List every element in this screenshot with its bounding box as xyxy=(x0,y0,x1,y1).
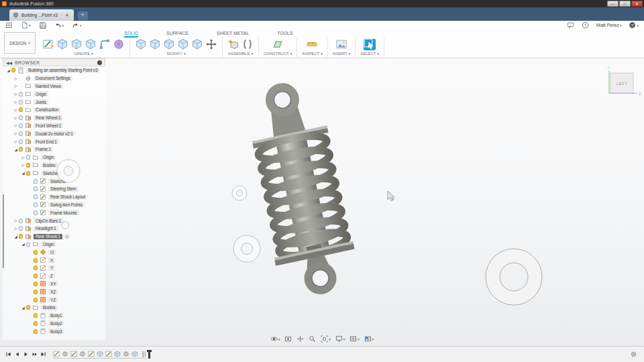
tree-label[interactable]: Sketches xyxy=(41,170,62,176)
tree-row-joints[interactable]: ▷Joints xyxy=(3,98,105,106)
visibility-bulb-icon[interactable] xyxy=(19,115,23,120)
tree-row-rear-shock-1[interactable]: ◢Rear Shock:1 xyxy=(3,233,105,241)
skip-end-button[interactable] xyxy=(40,351,46,357)
tree-row-x[interactable]: X xyxy=(3,256,105,264)
tree-label[interactable]: XY xyxy=(48,281,58,286)
chevron-collapsed-icon[interactable]: ▷ xyxy=(20,156,26,160)
tree-label[interactable]: Origin xyxy=(41,241,56,247)
tree-label[interactable]: Swing Arm Points xyxy=(48,202,85,207)
ribbon-group-label[interactable]: INSPECT▾ xyxy=(302,52,323,56)
tree-label[interactable]: ClipOn Bars:1 xyxy=(34,218,63,223)
tree-label[interactable]: Rear Shock:1 xyxy=(34,234,62,239)
tree-row-construction[interactable]: ▷Construction xyxy=(3,106,105,114)
visibility-bulb-icon[interactable] xyxy=(34,179,38,184)
skip-start-button[interactable] xyxy=(5,351,11,357)
visibility-bulb-icon[interactable] xyxy=(34,282,38,286)
visibility-bulb-icon[interactable] xyxy=(34,329,38,334)
viewports-button[interactable]: ▾ xyxy=(364,335,374,343)
tree-label[interactable]: Frame Mounts xyxy=(48,210,79,215)
save-icon[interactable] xyxy=(39,21,46,29)
move-copy-button[interactable] xyxy=(205,39,217,50)
chevron-expanded-icon[interactable]: ◢ xyxy=(20,306,26,310)
tree-row-origin[interactable]: ▷Origin xyxy=(3,90,105,98)
visibility-bulb-icon[interactable] xyxy=(26,305,30,310)
chevron-expanded-icon[interactable]: ◢ xyxy=(5,68,11,72)
tree-row-building-an-assembly-starting-point-v3[interactable]: ◢Building an assembly Starting Point v3 xyxy=(3,66,105,74)
visibility-bulb-icon[interactable] xyxy=(19,92,23,97)
visibility-bulb-icon[interactable] xyxy=(19,234,23,239)
tree-row-o[interactable]: O xyxy=(3,248,105,256)
look-at-button[interactable] xyxy=(284,335,292,343)
timeline-feature-extrude[interactable] xyxy=(97,351,103,357)
ribbon-group-label[interactable]: CONSTRUCT▾ xyxy=(264,52,292,56)
maximize-button[interactable]: □ xyxy=(619,1,631,7)
tree-row-front-end-1[interactable]: ▷Front End:1 xyxy=(3,137,105,145)
tree-row-named-views[interactable]: ▷Named Views xyxy=(3,82,105,90)
tree-label[interactable]: Y xyxy=(48,265,55,271)
minimize-button[interactable]: — xyxy=(607,1,619,7)
display-settings-button[interactable]: ▾ xyxy=(335,335,345,343)
tree-label[interactable]: Body3 xyxy=(48,328,64,334)
tree-label[interactable]: Frame:1 xyxy=(34,147,53,152)
view-cube[interactable]: Y LEFT Z xyxy=(604,64,643,101)
tree-label[interactable]: YZ xyxy=(48,297,58,302)
timeline-playhead[interactable] xyxy=(148,350,150,359)
visibility-bulb-icon[interactable] xyxy=(19,147,23,152)
comments-icon[interactable] xyxy=(567,21,574,29)
tree-row-steering-stem[interactable]: Steering Stem xyxy=(3,185,105,193)
visibility-bulb-icon[interactable] xyxy=(11,68,15,72)
workspace-selector[interactable]: DESIGN▾ xyxy=(4,32,36,54)
tree-label[interactable]: Rear Wheel:1 xyxy=(34,115,62,121)
display-options-icon[interactable] xyxy=(97,60,102,65)
visibility-bulb-icon[interactable] xyxy=(19,123,23,128)
chevron-collapsed-icon[interactable]: ▷ xyxy=(13,219,19,223)
visibility-bulb-icon[interactable] xyxy=(26,171,30,176)
insert-image-button[interactable] xyxy=(335,39,347,50)
tree-label[interactable]: Bodies xyxy=(41,162,58,168)
ribbon-tab-solid[interactable]: SOLID xyxy=(124,29,138,38)
tree-row-body3[interactable]: Body3 xyxy=(3,327,105,335)
ribbon-group-label[interactable]: MODIFY▾ xyxy=(167,52,186,56)
user-account-menu[interactable]: Matt Perez xyxy=(596,23,619,27)
tab-close-icon[interactable]: ✕ xyxy=(65,13,69,18)
timeline-feature-revolve[interactable] xyxy=(62,351,68,357)
timeline-feature-extrude[interactable] xyxy=(131,351,138,357)
create-form-button[interactable] xyxy=(113,39,125,50)
tree-row-y[interactable]: Y xyxy=(3,264,105,272)
chevron-collapsed-icon[interactable]: ▷ xyxy=(13,76,19,80)
tree-label[interactable]: O xyxy=(48,249,56,255)
tree-row-frame-1[interactable]: ◢Frame:1 xyxy=(3,145,105,154)
activate-component-radio[interactable] xyxy=(64,234,70,239)
ribbon-group-label[interactable]: ASSEMBLE▾ xyxy=(228,52,253,56)
fit-button[interactable]: ▾ xyxy=(321,335,331,343)
tree-label[interactable]: Origin xyxy=(34,91,48,97)
zoom-button[interactable] xyxy=(309,335,316,343)
visibility-bulb-icon[interactable] xyxy=(19,219,23,223)
timeline-feature-sketch[interactable] xyxy=(88,351,95,357)
chevron-expanded-icon[interactable]: ◢ xyxy=(13,235,19,239)
tree-row-ducati-2v-motor-v2-1[interactable]: ▷Ducati 2v motor v2:1 xyxy=(3,129,105,137)
tree-label[interactable]: Front Wheel:1 xyxy=(34,123,63,128)
tree-label[interactable]: Origin xyxy=(41,155,56,160)
tree-row-rear-shock-layout[interactable]: Rear Shock Layout xyxy=(3,193,105,201)
browser-scrollbar[interactable] xyxy=(3,194,4,268)
visibility-bulb-icon[interactable] xyxy=(34,274,38,278)
job-status-icon[interactable] xyxy=(582,21,589,29)
tree-label[interactable]: Sketch6 xyxy=(48,178,67,184)
tree-label[interactable]: Building an assembly Starting Point v3 xyxy=(26,68,99,73)
tree-row-bodies[interactable]: ◢Bodies xyxy=(3,304,105,312)
tree-row-front-wheel-1[interactable]: ▷Front Wheel:1 xyxy=(3,122,105,130)
timeline-feature-sketch[interactable] xyxy=(105,351,112,357)
undo-icon[interactable] xyxy=(54,21,62,29)
visibility-bulb-icon[interactable] xyxy=(34,194,38,199)
tree-row-xy[interactable]: XY xyxy=(3,280,105,288)
timeline-feature-revolve[interactable] xyxy=(79,351,86,357)
help-icon[interactable]: ? xyxy=(629,21,636,29)
timeline-feature-coil[interactable] xyxy=(140,351,147,357)
visibility-bulb-icon[interactable] xyxy=(19,131,23,136)
construction-plane-button[interactable] xyxy=(272,39,284,50)
timeline-feature-sketch[interactable] xyxy=(53,351,60,357)
select-button[interactable] xyxy=(364,39,376,50)
visibility-bulb-icon[interactable] xyxy=(26,242,30,247)
ribbon-group-label[interactable]: INSERT▾ xyxy=(333,52,350,56)
